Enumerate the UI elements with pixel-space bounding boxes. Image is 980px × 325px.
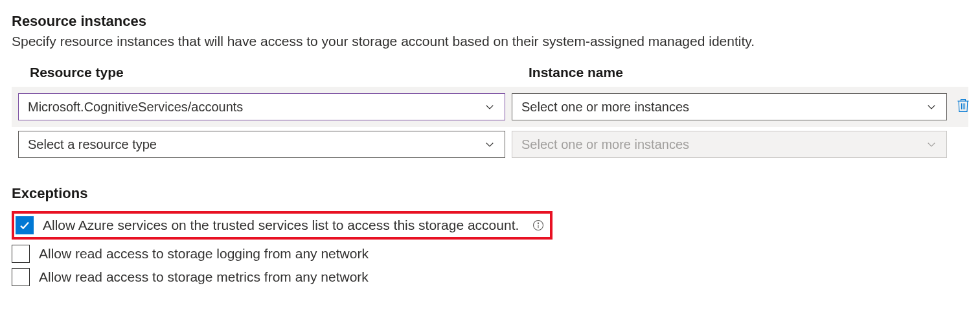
exception-row: Allow read access to storage logging fro… xyxy=(12,242,968,265)
instance-name-value: Select one or more instances xyxy=(521,137,926,152)
resource-type-value: Select a resource type xyxy=(28,137,484,152)
checkbox-allow-trusted-services[interactable] xyxy=(16,216,34,234)
svg-point-1 xyxy=(538,223,539,223)
exception-label: Allow read access to storage metrics fro… xyxy=(39,269,369,285)
info-icon[interactable] xyxy=(532,219,545,232)
column-header-resource-type: Resource type xyxy=(12,65,504,87)
chevron-down-icon xyxy=(484,139,496,150)
exceptions-title: Exceptions xyxy=(12,185,968,202)
trash-icon xyxy=(956,98,970,116)
exception-row: Allow read access to storage metrics fro… xyxy=(12,265,968,289)
instance-name-dropdown[interactable]: Select one or more instances xyxy=(512,131,947,158)
exception-label: Allow Azure services on the trusted serv… xyxy=(43,218,519,233)
exception-row: Allow Azure services on the trusted serv… xyxy=(12,208,968,242)
checkbox-allow-metrics[interactable] xyxy=(12,268,30,286)
checkbox-allow-logging[interactable] xyxy=(12,245,30,263)
resource-row: Select a resource type Select one or mor… xyxy=(12,127,968,162)
exceptions-section: Exceptions Allow Azure services on the t… xyxy=(12,185,968,289)
chevron-down-icon xyxy=(484,101,496,113)
section-description: Specify resource instances that will hav… xyxy=(12,34,968,49)
chevron-down-icon xyxy=(926,101,937,113)
instance-name-value: Select one or more instances xyxy=(521,100,926,115)
exception-label: Allow read access to storage logging fro… xyxy=(39,246,369,262)
resource-instances-section: Resource instances Specify resource inst… xyxy=(12,13,968,162)
highlight-annotation: Allow Azure services on the trusted serv… xyxy=(12,211,553,240)
column-header-instance-name: Instance name xyxy=(510,65,964,87)
instance-name-dropdown[interactable]: Select one or more instances xyxy=(512,93,947,120)
resource-type-dropdown[interactable]: Microsoft.CognitiveServices/accounts xyxy=(18,93,505,120)
resource-type-value: Microsoft.CognitiveServices/accounts xyxy=(28,100,484,115)
resource-type-dropdown[interactable]: Select a resource type xyxy=(18,131,505,158)
delete-button[interactable] xyxy=(956,97,970,117)
column-headers: Resource type Instance name xyxy=(12,65,968,87)
resource-row: Microsoft.CognitiveServices/accounts Sel… xyxy=(12,87,968,127)
chevron-down-icon xyxy=(926,139,937,150)
section-title: Resource instances xyxy=(12,13,968,30)
